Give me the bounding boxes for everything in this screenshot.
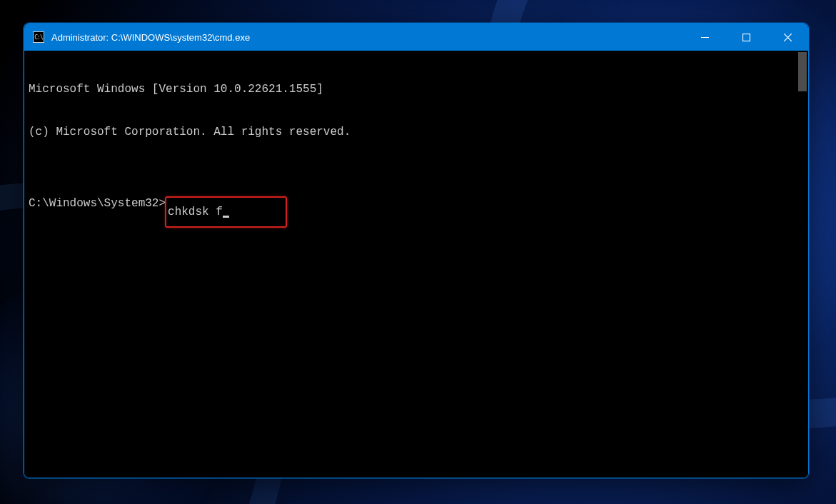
close-button[interactable] [767, 24, 808, 51]
cmd-icon: C:\ [33, 31, 44, 43]
maximize-button[interactable] [725, 24, 767, 51]
titlebar[interactable]: C:\ Administrator: C:\WINDOWS\system32\c… [24, 24, 808, 51]
command-highlight: chkdsk f [165, 196, 287, 228]
svg-rect-1 [742, 34, 750, 41]
cmd-window: C:\ Administrator: C:\WINDOWS\system32\c… [24, 23, 809, 478]
window-title: Administrator: C:\WINDOWS\system32\cmd.e… [51, 32, 684, 43]
terminal-area[interactable]: Microsoft Windows [Version 10.0.22621.15… [24, 51, 808, 478]
prompt-path: C:\Windows\System32> [29, 196, 166, 211]
minimize-button[interactable] [684, 24, 725, 51]
copyright-line: (c) Microsoft Corporation. All rights re… [29, 125, 804, 139]
prompt-line: C:\Windows\System32> chkdsk f [29, 196, 804, 228]
terminal-output: Microsoft Windows [Version 10.0.22621.15… [24, 51, 808, 259]
typed-command: chkdsk f [168, 205, 223, 219]
vertical-scrollbar[interactable] [798, 52, 807, 91]
version-line: Microsoft Windows [Version 10.0.22621.15… [29, 82, 804, 96]
window-controls [684, 24, 808, 51]
text-cursor [223, 216, 229, 218]
